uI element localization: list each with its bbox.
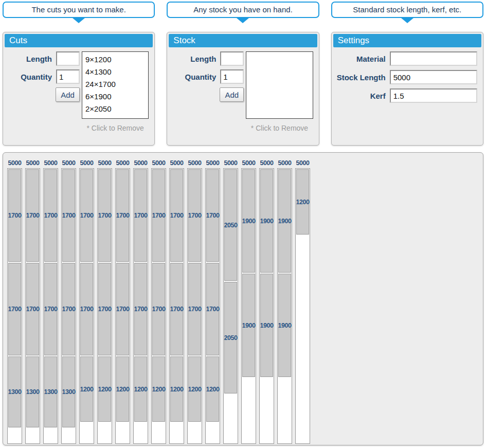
cut-segment-label: 1700	[8, 212, 22, 219]
cut-segment-label: 1700	[80, 212, 94, 219]
tooltip-arrow-icon	[401, 18, 413, 23]
stock-length-label: 5000	[277, 159, 292, 167]
cut-segment-label: 1700	[206, 306, 220, 313]
cut-segment: 1900	[278, 274, 291, 377]
stock-bar: 170017001300	[61, 168, 76, 444]
cut-segment: 1300	[8, 356, 21, 427]
cut-segment-label: 1900	[242, 218, 256, 225]
stock-quantity-row: Quantity	[169, 69, 244, 84]
cut-segment: 1300	[62, 356, 75, 427]
cuts-add-row: Add	[5, 87, 80, 102]
cut-segment-label: 1700	[44, 306, 58, 313]
cut-segment-label: 1300	[44, 388, 58, 396]
cuts-quantity-input[interactable]	[56, 69, 80, 84]
kerf-input[interactable]	[390, 88, 477, 103]
cut-list-item[interactable]: 24×1700	[82, 78, 148, 91]
cut-segment-label: 1700	[98, 306, 112, 313]
cut-segment-label: 1700	[44, 212, 58, 219]
stock-bar-column: 5000170017001200	[97, 159, 112, 444]
cut-list-item[interactable]: 9×1200	[82, 53, 148, 66]
cuts-group: The cuts you want to make. Cuts Length Q…	[3, 2, 155, 146]
cut-segment-label: 1200	[170, 386, 184, 393]
stock-bar: 170017001200	[79, 168, 94, 444]
cut-list-item[interactable]: 4×1300	[82, 66, 148, 78]
tooltip-arrow-icon	[73, 18, 85, 23]
stock-bar-column: 500020502050	[223, 159, 238, 444]
stock-bar-column: 5000170017001200	[79, 159, 94, 444]
cut-segment-label: 1200	[116, 386, 130, 393]
cut-segment-label: 1700	[26, 306, 40, 313]
stock-tooltip-arrow-wrap	[167, 18, 319, 23]
cut-segment-label: 1200	[98, 386, 112, 393]
cuts-list-col: 9×12004×130024×17006×19002×2050 * Click …	[82, 51, 149, 132]
cut-segment: 1700	[26, 169, 39, 262]
stock-bar-column: 5000170017001200	[205, 159, 220, 444]
cuts-form: Length Quantity Add	[5, 51, 80, 132]
cut-segment-label: 1200	[152, 386, 166, 393]
cuts-length-input[interactable]	[56, 51, 80, 66]
cut-list-item[interactable]: 6×1900	[82, 91, 148, 103]
cut-segment: 1200	[206, 356, 219, 422]
settings-group: Standard stock length, kerf, etc. Settin…	[331, 2, 483, 146]
cut-segment: 2050	[224, 282, 237, 393]
stock-length-setting-input[interactable]	[390, 70, 477, 84]
stock-bar: 19001900	[259, 168, 274, 444]
tooltip-arrow-icon	[237, 18, 249, 23]
stock-quantity-label: Quantity	[185, 73, 220, 81]
cut-segment: 2050	[224, 169, 237, 281]
cut-segment-label: 1300	[26, 388, 40, 396]
stock-length-label: 5000	[79, 159, 94, 167]
top-panels-row: The cuts you want to make. Cuts Length Q…	[0, 0, 486, 146]
cut-segment-label: 1200	[206, 386, 220, 393]
stock-bar: 170017001200	[205, 168, 220, 444]
cut-segment-label: 1300	[8, 388, 22, 396]
cut-segment-label: 1700	[188, 212, 202, 219]
cut-segment-label: 1700	[134, 212, 148, 219]
cut-segment: 1700	[8, 263, 21, 355]
cuts-listbox[interactable]: 9×12004×130024×17006×19002×2050	[82, 51, 149, 119]
cut-segment-label: 2050	[224, 334, 238, 342]
stock-bar: 170017001300	[7, 168, 22, 444]
cut-segment: 1700	[44, 263, 57, 355]
stock-length-label: 5000	[241, 159, 256, 167]
stock-panel: Stock Length Quantity Add	[167, 32, 319, 146]
stock-add-row: Add	[169, 87, 244, 102]
stock-listbox[interactable]	[246, 51, 313, 119]
cut-segment-label: 1700	[206, 212, 220, 219]
stock-bar-column: 50001200	[295, 159, 310, 444]
cut-segment-label: 1900	[278, 322, 292, 329]
cut-segment: 1700	[8, 169, 21, 262]
cut-segment-label: 1900	[260, 322, 274, 329]
cut-segment: 1700	[98, 169, 111, 262]
stock-length-input[interactable]	[220, 51, 244, 66]
stock-bar: 170017001200	[187, 168, 202, 444]
stock-length-label: Length	[190, 55, 220, 63]
cut-segment: 1900	[260, 274, 273, 377]
cutting-layout-chart: 5000170017001300500017001700130050001700…	[3, 152, 483, 445]
stock-add-button[interactable]: Add	[220, 87, 244, 102]
cut-segment: 1200	[134, 356, 147, 422]
cut-segment-label: 1700	[152, 212, 166, 219]
stock-panel-title: Stock	[169, 34, 317, 47]
material-input[interactable]	[390, 51, 477, 66]
cuts-panel-body: Length Quantity Add 9×12004×130024×17006…	[5, 47, 153, 132]
cuts-add-button[interactable]: Add	[56, 87, 80, 102]
cut-segment-label: 1200	[134, 386, 148, 393]
cut-segment-label: 1200	[188, 386, 202, 393]
settings-stock-length-row: Stock Length	[333, 70, 477, 84]
stock-quantity-input[interactable]	[220, 69, 244, 84]
cut-segment: 1700	[116, 263, 129, 355]
cut-segment: 1700	[80, 169, 93, 262]
cut-segment: 1700	[206, 263, 219, 355]
stock-bar-column: 5000170017001200	[187, 159, 202, 444]
stock-bar: 170017001200	[97, 168, 112, 444]
stock-bar: 170017001300	[25, 168, 40, 444]
cut-list-item[interactable]: 2×2050	[82, 103, 148, 115]
cut-segment: 1700	[134, 263, 147, 355]
cut-segment: 1300	[44, 356, 57, 427]
stock-group: Any stock you have on hand. Stock Length…	[167, 2, 319, 146]
cut-segment: 1300	[26, 356, 39, 427]
settings-tooltip: Standard stock length, kerf, etc.	[331, 2, 483, 18]
stock-bar: 170017001200	[133, 168, 148, 444]
cut-segment: 1900	[242, 169, 255, 273]
